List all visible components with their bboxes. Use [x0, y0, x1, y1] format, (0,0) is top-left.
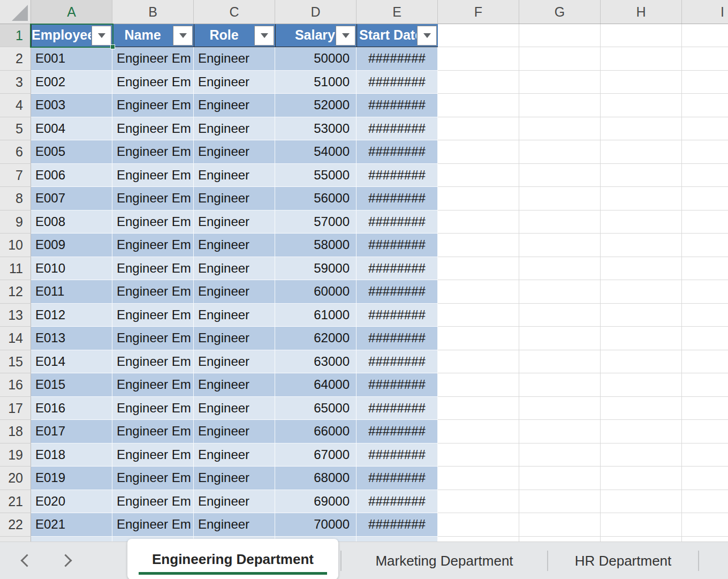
- cell-salary[interactable]: 63000: [275, 350, 357, 374]
- cell-i-3[interactable]: [682, 71, 728, 94]
- cell-h-6[interactable]: [601, 140, 682, 164]
- cell-start-date[interactable]: ########: [357, 71, 438, 94]
- cell-g-4[interactable]: [519, 94, 601, 117]
- cell-role[interactable]: Engineer: [194, 513, 275, 537]
- filter-button-salary[interactable]: [336, 26, 355, 46]
- row-header-1[interactable]: 1: [0, 24, 31, 47]
- cell-name[interactable]: Engineer Em: [112, 490, 194, 514]
- row-header-8[interactable]: 8: [0, 187, 31, 210]
- cell-role[interactable]: Engineer: [194, 117, 275, 141]
- cell-role[interactable]: Engineer: [194, 397, 275, 420]
- row-header-22[interactable]: 22: [0, 513, 31, 537]
- cell-g-16[interactable]: [519, 373, 601, 397]
- row-header-11[interactable]: 11: [0, 257, 31, 281]
- row-header-23[interactable]: 23: [0, 537, 31, 542]
- filter-button-id[interactable]: [92, 26, 111, 46]
- cell-g-2[interactable]: [519, 47, 601, 71]
- cell-start-date[interactable]: ########: [357, 94, 438, 117]
- cell-g-18[interactable]: [519, 420, 601, 443]
- cell-f-22[interactable]: [438, 513, 519, 537]
- cell-salary[interactable]: 60000: [275, 280, 357, 304]
- cell-i-7[interactable]: [682, 164, 728, 187]
- cell-g-23[interactable]: [519, 537, 601, 542]
- row-header-13[interactable]: 13: [0, 304, 31, 327]
- cell-h-2[interactable]: [601, 47, 682, 71]
- row-header-12[interactable]: 12: [0, 280, 31, 304]
- cell-f-7[interactable]: [438, 164, 519, 187]
- cell-h-17[interactable]: [601, 397, 682, 420]
- cell-start-date[interactable]: ########: [357, 210, 438, 234]
- cell-start-date[interactable]: ########: [357, 234, 438, 257]
- cell-name[interactable]: Engineer Em: [112, 397, 194, 420]
- cell-salary[interactable]: 50000: [275, 47, 357, 71]
- header-cell-name[interactable]: Name: [112, 24, 194, 47]
- row-header-20[interactable]: 20: [0, 467, 31, 490]
- cell-f-11[interactable]: [438, 257, 519, 281]
- cell-employee-id[interactable]: E020: [31, 490, 112, 514]
- cell-name[interactable]: Engineer Em: [112, 373, 194, 397]
- row-header-16[interactable]: 16: [0, 373, 31, 397]
- cell-name[interactable]: Engineer Em: [112, 47, 194, 71]
- cell-salary[interactable]: 52000: [275, 94, 357, 117]
- cell-g-19[interactable]: [519, 443, 601, 467]
- header-cell-start[interactable]: Start Date: [357, 24, 438, 47]
- cell-i-18[interactable]: [682, 420, 728, 443]
- cell-f-10[interactable]: [438, 234, 519, 257]
- cell-i-4[interactable]: [682, 94, 728, 117]
- cell-employee-id[interactable]: E004: [31, 117, 112, 141]
- cell-f-21[interactable]: [438, 490, 519, 514]
- cell-salary[interactable]: 68000: [275, 467, 357, 490]
- cell-role[interactable]: Engineer: [194, 327, 275, 350]
- cell-h-3[interactable]: [601, 71, 682, 94]
- cell-g-13[interactable]: [519, 304, 601, 327]
- cell-salary[interactable]: 57000: [275, 210, 357, 234]
- cell-name[interactable]: Engineer Em: [112, 420, 194, 443]
- cell-employee-id[interactable]: E015: [31, 373, 112, 397]
- cell-role[interactable]: Engineer: [194, 71, 275, 94]
- cell-f-23[interactable]: [438, 537, 519, 542]
- cell-f-2[interactable]: [438, 47, 519, 71]
- cell-f-9[interactable]: [438, 210, 519, 234]
- cell-name[interactable]: Engineer Em: [112, 350, 194, 374]
- cell-role[interactable]: Engineer: [194, 164, 275, 187]
- cell-salary[interactable]: 64000: [275, 373, 357, 397]
- cell-f-6[interactable]: [438, 140, 519, 164]
- cell-h-1[interactable]: [601, 24, 682, 47]
- cell-h-19[interactable]: [601, 443, 682, 467]
- cell-h-20[interactable]: [601, 467, 682, 490]
- cell-h-8[interactable]: [601, 187, 682, 210]
- cell-employee-id[interactable]: E011: [31, 280, 112, 304]
- cell-role[interactable]: Engineer: [194, 467, 275, 490]
- cell-employee-id[interactable]: E010: [31, 257, 112, 281]
- prev-sheet-button[interactable]: [20, 554, 33, 567]
- filter-button-role[interactable]: [254, 26, 274, 46]
- cell-employee-id[interactable]: E017: [31, 420, 112, 443]
- cell-start-date[interactable]: ########: [357, 443, 438, 467]
- cell-name[interactable]: Engineer Em: [112, 94, 194, 117]
- cell-role[interactable]: Engineer: [194, 187, 275, 210]
- cell-employee-id[interactable]: E006: [31, 164, 112, 187]
- cell-f-19[interactable]: [438, 443, 519, 467]
- cell-h-9[interactable]: [601, 210, 682, 234]
- cell-h-5[interactable]: [601, 117, 682, 141]
- cell-role[interactable]: Engineer: [194, 94, 275, 117]
- cell-role[interactable]: Engineer: [194, 140, 275, 164]
- cell-employee-id[interactable]: E019: [31, 467, 112, 490]
- cell-employee-id[interactable]: E001: [31, 47, 112, 71]
- cell-name[interactable]: Engineer Em: [112, 304, 194, 327]
- cell-employee-id[interactable]: E005: [31, 140, 112, 164]
- cell-g-21[interactable]: [519, 490, 601, 514]
- cell-g-15[interactable]: [519, 350, 601, 374]
- column-header-i[interactable]: I: [682, 0, 728, 24]
- column-header-b[interactable]: B: [112, 0, 194, 24]
- cell-start-date[interactable]: ########: [357, 117, 438, 141]
- cell-employee-id[interactable]: E022: [31, 537, 112, 542]
- cell-i-5[interactable]: [682, 117, 728, 141]
- cell-start-date[interactable]: ########: [357, 420, 438, 443]
- cell-start-date[interactable]: ########: [357, 304, 438, 327]
- header-cell-role[interactable]: Role: [194, 24, 275, 47]
- cell-start-date[interactable]: ########: [357, 187, 438, 210]
- cell-f-17[interactable]: [438, 397, 519, 420]
- cell-i-10[interactable]: [682, 234, 728, 257]
- row-header-4[interactable]: 4: [0, 94, 31, 117]
